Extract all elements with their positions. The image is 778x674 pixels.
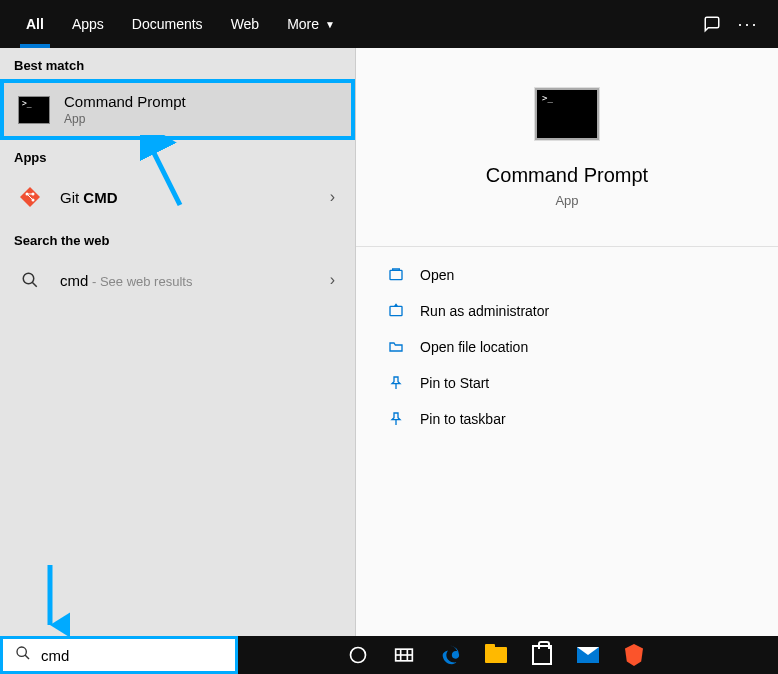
taskbar [238,636,778,674]
tab-web[interactable]: Web [217,0,274,48]
preview-pane: Command Prompt App Open Run as administr… [355,48,778,636]
folder-icon [386,339,406,355]
action-pin-start[interactable]: Pin to Start [386,365,748,401]
command-prompt-icon [535,88,599,140]
svg-point-9 [351,648,366,663]
search-filter-tabs: All Apps Documents Web More▼ ··· [0,0,778,48]
store-icon[interactable] [522,636,562,674]
preview-subtitle: App [376,193,758,208]
mail-icon[interactable] [568,636,608,674]
result-git-cmd[interactable]: Git CMD › [0,171,355,223]
action-open-location[interactable]: Open file location [386,329,748,365]
file-explorer-icon[interactable] [476,636,516,674]
action-run-admin[interactable]: Run as administrator [386,293,748,329]
search-input[interactable] [41,647,231,664]
svg-line-8 [25,655,29,659]
result-command-prompt[interactable]: Command Prompt App [0,79,355,140]
result-title: Git CMD [60,189,324,206]
edge-icon[interactable] [430,636,470,674]
cortana-icon[interactable] [338,636,378,674]
svg-point-7 [17,647,26,656]
feedback-icon[interactable] [702,14,722,34]
result-title: Command Prompt [64,93,337,110]
chevron-right-icon[interactable]: › [324,271,341,289]
result-subtitle: App [64,112,337,126]
tab-all[interactable]: All [12,0,58,48]
search-box[interactable] [0,636,238,674]
svg-rect-5 [390,270,402,279]
chevron-right-icon[interactable]: › [324,188,341,206]
brave-icon[interactable] [614,636,654,674]
action-open[interactable]: Open [386,257,748,293]
svg-rect-6 [390,306,402,315]
svg-line-4 [32,282,37,287]
pin-icon [386,411,406,427]
open-icon [386,267,406,283]
tab-documents[interactable]: Documents [118,0,217,48]
options-icon[interactable]: ··· [738,14,758,34]
admin-icon [386,303,406,319]
tab-apps[interactable]: Apps [58,0,118,48]
search-icon [15,645,31,665]
tab-more[interactable]: More▼ [273,0,349,48]
result-web-search[interactable]: cmd - See web results › [0,254,355,306]
preview-title: Command Prompt [376,164,758,187]
action-pin-taskbar[interactable]: Pin to taskbar [386,401,748,437]
result-title: cmd - See web results [60,272,324,289]
section-apps: Apps [0,140,355,171]
git-icon [14,181,46,213]
pin-icon [386,375,406,391]
chevron-down-icon: ▼ [325,19,335,30]
section-best-match: Best match [0,48,355,79]
command-prompt-icon [18,94,50,126]
section-search-web: Search the web [0,223,355,254]
results-pane: Best match Command Prompt App Apps Git C… [0,48,355,636]
task-view-icon[interactable] [384,636,424,674]
svg-point-3 [23,273,34,284]
search-icon [14,264,46,296]
